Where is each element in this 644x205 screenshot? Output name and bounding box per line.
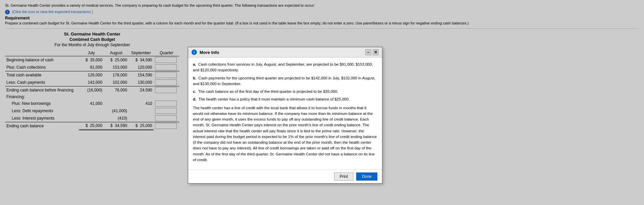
modal-minimize-button[interactable]: – [365,49,371,55]
modal-title: More Info [200,50,365,55]
modal-info-icon: i [192,50,197,55]
point-a: a. Cash collections from services in Jul… [193,62,377,73]
point-d: d. The health center has a policy that i… [193,96,377,102]
point-b: b. Cash payments for the upcoming third … [193,75,377,87]
modal-controls: – ✕ [365,49,379,55]
point-c: c. The cash balance as of the first day … [193,89,377,94]
modal-body: a. Cash collections from services in Jul… [188,58,382,134]
modal-close-button[interactable]: ✕ [373,49,379,55]
modal-body-text: The health center has a line of credit w… [193,105,377,134]
modal-overlay: i More Info – ✕ a. Cash collections from… [0,0,644,134]
modal-box: i More Info – ✕ a. Cash collections from… [188,47,382,134]
modal-header: i More Info – ✕ [188,47,382,58]
